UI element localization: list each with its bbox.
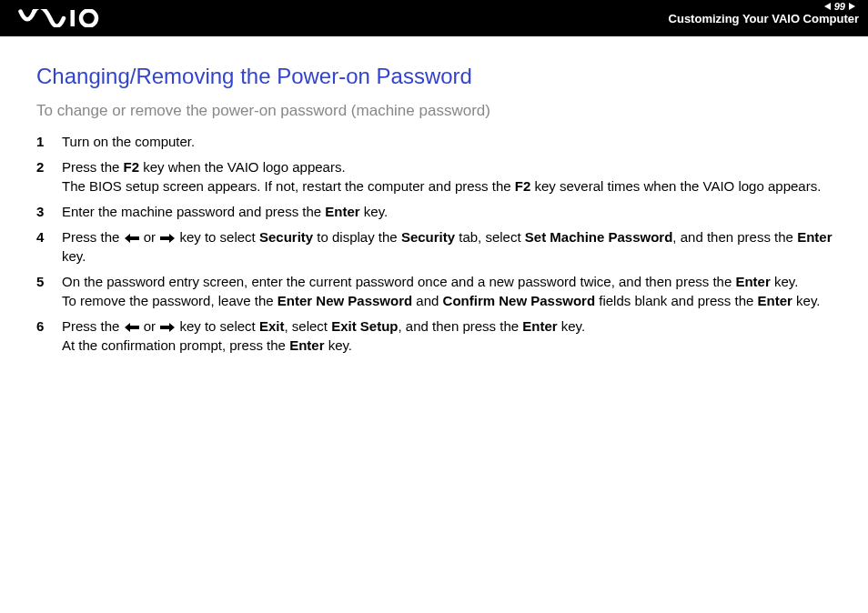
right-arrow-icon — [160, 318, 175, 337]
step-number: 5 — [36, 273, 62, 310]
next-page-arrow-icon[interactable] — [849, 3, 855, 10]
step-item: 1Turn on the computer. — [36, 133, 841, 151]
page-number: 99 — [834, 0, 845, 14]
step-text: Turn on the computer. — [62, 133, 841, 151]
step-item: 4Press the or key to select Security to … — [36, 228, 841, 266]
step-number: 6 — [36, 317, 62, 355]
right-arrow-icon — [160, 229, 175, 247]
prev-page-arrow-icon[interactable] — [824, 3, 831, 10]
svg-point-1 — [81, 11, 96, 26]
step-item: 5On the password entry screen, enter the… — [36, 273, 841, 310]
vaio-logo — [18, 9, 100, 27]
step-text: Enter the machine password and press the… — [62, 203, 841, 221]
step-item: 2Press the F2 key when the VAIO logo app… — [36, 158, 841, 196]
step-number: 2 — [36, 158, 62, 196]
steps-list: 1Turn on the computer.2Press the F2 key … — [36, 133, 841, 355]
left-arrow-icon — [125, 229, 139, 247]
step-item: 3Enter the machine password and press th… — [36, 203, 841, 221]
page-header: Customizing Your VAIO Computer — [0, 0, 868, 36]
step-text: Press the or key to select Exit, select … — [62, 317, 841, 355]
step-item: 6Press the or key to select Exit, select… — [36, 317, 841, 355]
step-number: 1 — [36, 133, 62, 151]
step-number: 4 — [36, 228, 62, 266]
step-number: 3 — [36, 203, 62, 221]
left-arrow-icon — [125, 318, 139, 337]
svg-rect-0 — [71, 10, 76, 26]
page-nav: 99 — [819, 0, 861, 15]
vaio-logo-svg — [18, 9, 100, 27]
step-text: On the password entry screen, enter the … — [62, 273, 841, 310]
step-text: Press the or key to select Security to d… — [62, 228, 841, 266]
step-text: Press the F2 key when the VAIO logo appe… — [62, 158, 841, 196]
main-heading: Changing/Removing the Power-on Password — [36, 64, 841, 89]
page-content: Changing/Removing the Power-on Password … — [0, 36, 868, 355]
sub-heading: To change or remove the power-on passwor… — [36, 102, 841, 120]
